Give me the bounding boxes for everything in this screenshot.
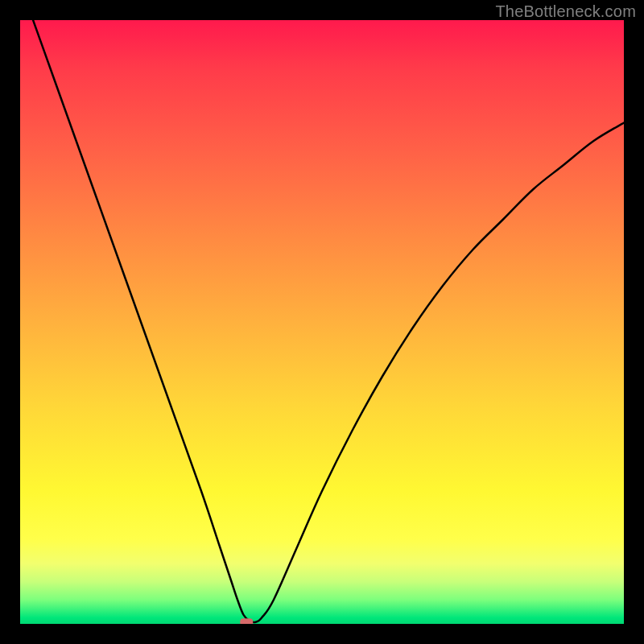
bottleneck-curve	[20, 20, 624, 622]
attribution-text: TheBottleneck.com	[495, 2, 636, 21]
plot-area	[20, 20, 624, 624]
optimum-marker	[240, 618, 253, 624]
image-frame: TheBottleneck.com	[0, 0, 644, 644]
chart-svg	[20, 20, 624, 624]
